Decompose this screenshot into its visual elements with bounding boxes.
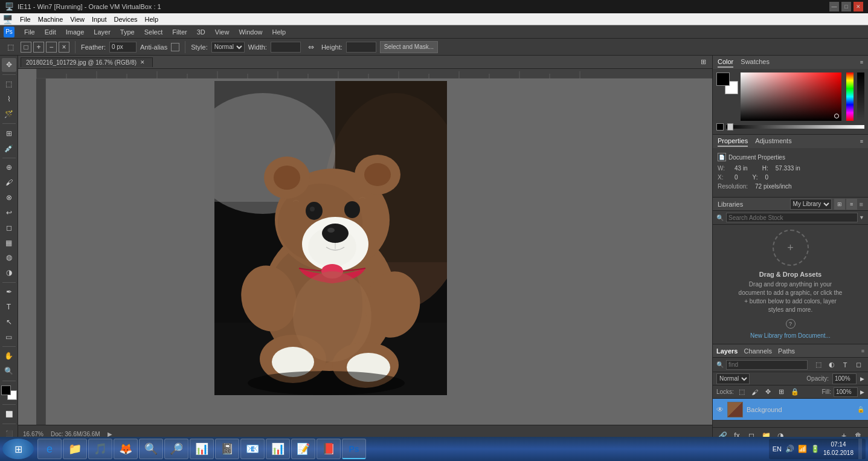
libraries-info-icon[interactable]: ? <box>786 319 796 329</box>
color-tab[interactable]: Color <box>718 57 733 68</box>
feather-input[interactable] <box>109 42 137 53</box>
speaker-icon[interactable]: 🔊 <box>785 445 794 453</box>
vbox-menu-view[interactable]: View <box>66 15 88 24</box>
rect-marquee-btn[interactable]: □ <box>21 42 31 53</box>
lock-all-btn[interactable]: 🔒 <box>789 387 800 398</box>
ps-menu-3d[interactable]: 3D <box>192 27 210 37</box>
vbox-menu-file[interactable]: File <box>16 15 34 24</box>
ps-menu-help[interactable]: Help <box>268 27 291 37</box>
color-panel-collapse-btn[interactable]: ≡ <box>860 59 863 65</box>
style-select[interactable]: Normal <box>211 42 245 53</box>
pen-tool[interactable]: ✒ <box>2 285 16 299</box>
history-tool[interactable]: ↩ <box>2 205 16 219</box>
libraries-search-input[interactable] <box>726 213 858 222</box>
eraser-tool[interactable]: ◻ <box>2 221 16 234</box>
filter-pixel-btn[interactable]: ⬚ <box>812 359 825 371</box>
ps-menu-filter[interactable]: Filter <box>167 27 191 37</box>
layers-tab[interactable]: Layers <box>716 347 738 355</box>
ps-menu-image[interactable]: Image <box>61 27 89 37</box>
ps-menu-window[interactable]: Window <box>234 27 267 37</box>
layers-search-input[interactable] <box>726 360 808 370</box>
ps-canvas[interactable]: 16.67% Doc: 36.6M/36.6M ▶ <box>18 69 712 443</box>
tab-close-btn[interactable]: ✕ <box>140 59 145 65</box>
gradient-tool[interactable]: ▦ <box>2 236 16 250</box>
close-btn[interactable]: ✕ <box>854 2 863 11</box>
fg-bg-colors[interactable] <box>716 73 738 94</box>
blend-mode-select[interactable]: Normal <box>716 373 750 384</box>
slider-thumb[interactable] <box>727 123 733 131</box>
lock-position-btn[interactable]: ✥ <box>763 387 774 398</box>
filter-adjust-btn[interactable]: ◐ <box>826 359 838 371</box>
vbox-menu-help[interactable]: Help <box>141 15 162 24</box>
subtract-btn[interactable]: − <box>46 42 57 53</box>
taskbar-firefox[interactable]: 🦊 <box>114 439 138 459</box>
quick-mask-btn[interactable]: ⬜ <box>2 407 16 421</box>
dodge-tool[interactable]: ◑ <box>2 266 16 280</box>
color-slider-r[interactable] <box>726 125 864 129</box>
arrange-docs-btn[interactable]: ⊞ <box>696 56 710 69</box>
type-tool[interactable]: T <box>2 300 16 314</box>
add-btn[interactable]: + <box>33 42 44 53</box>
minimize-btn[interactable]: — <box>829 2 839 11</box>
move-tool[interactable]: ✥ <box>2 58 16 72</box>
ps-menu-layer[interactable]: Layer <box>89 27 115 37</box>
channels-tab[interactable]: Channels <box>744 347 771 355</box>
taskbar-onenote[interactable]: 📓 <box>215 439 239 459</box>
lock-artboard-btn[interactable]: ⊞ <box>776 387 787 398</box>
lasso-tool[interactable]: ⌇ <box>2 92 16 106</box>
layers-list[interactable]: 👁 Background 🔒 <box>713 399 868 427</box>
paths-tab[interactable]: Paths <box>778 347 795 355</box>
fg-bg-color-selector[interactable] <box>1 385 17 401</box>
color-gradient-picker[interactable] <box>741 73 841 121</box>
titlebar-controls[interactable]: — □ ✕ <box>829 2 863 11</box>
ps-menu-edit[interactable]: Edit <box>40 27 61 37</box>
marquee-tool[interactable]: ⬚ <box>2 77 16 91</box>
filter-smart-btn[interactable]: ⊕ <box>866 359 868 371</box>
taskbar-ie[interactable]: e <box>37 439 62 459</box>
fill-dropdown-btn[interactable]: ▶ <box>860 389 864 395</box>
layer-visibility-btn[interactable]: 👁 <box>716 405 724 414</box>
properties-panel-collapse-btn[interactable]: ≡ <box>860 138 863 144</box>
lang-indicator[interactable]: EN <box>773 445 782 453</box>
taskbar-acrobat[interactable]: 📕 <box>317 439 341 459</box>
magic-wand-tool[interactable]: 🪄 <box>2 107 16 121</box>
show-desktop-btn[interactable] <box>858 439 862 459</box>
select-mask-btn[interactable]: Select and Mask... <box>380 41 438 53</box>
height-input[interactable] <box>346 42 376 53</box>
vbox-menu-machine[interactable]: Machine <box>34 15 67 24</box>
hand-tool[interactable]: ✋ <box>2 349 16 363</box>
network-icon[interactable]: 📶 <box>798 445 807 453</box>
properties-tab[interactable]: Properties <box>718 136 748 147</box>
libs-search-dropdown[interactable]: ▼ <box>859 214 864 221</box>
layer-item-background[interactable]: 👁 Background 🔒 <box>713 399 868 421</box>
brush-tool[interactable]: 🖌 <box>2 176 16 190</box>
hue-slider[interactable] <box>846 73 854 121</box>
filter-shape-btn[interactable]: ◻ <box>852 359 864 371</box>
list-view-btn[interactable]: ≡ <box>846 199 857 210</box>
ps-menu-view[interactable]: View <box>210 27 234 37</box>
fill-input[interactable] <box>834 387 858 397</box>
vbox-menu-devices[interactable]: Devices <box>110 15 141 24</box>
taskbar-outlook[interactable]: 📧 <box>240 439 265 459</box>
crop-tool[interactable]: ⊞ <box>2 126 16 140</box>
swatches-tab[interactable]: Swatches <box>741 57 770 68</box>
taskbar-clock[interactable]: 07:14 16.02.2018 <box>823 440 854 457</box>
intersect-btn[interactable]: × <box>59 42 69 53</box>
adjustments-tab[interactable]: Adjustments <box>755 136 792 147</box>
path-select-tool[interactable]: ↖ <box>2 315 16 329</box>
blur-tool[interactable]: ◍ <box>2 251 16 265</box>
spot-heal-tool[interactable]: ⊕ <box>2 161 16 175</box>
color-panel-header[interactable]: Color Swatches ≡ <box>713 56 868 69</box>
lock-transparent-btn[interactable]: ⬚ <box>736 387 747 398</box>
anti-alias-checkbox[interactable] <box>171 43 179 51</box>
taskbar-chrome[interactable]: 🔍 <box>139 439 163 459</box>
ps-menu-file[interactable]: File <box>19 27 40 37</box>
lock-pixels-btn[interactable]: 🖌 <box>750 387 760 398</box>
layers-panel-collapse-btn[interactable]: ≡ <box>861 348 864 354</box>
fg-color-swatch[interactable] <box>1 385 11 395</box>
ps-menu-select[interactable]: Select <box>140 27 168 37</box>
properties-panel-header[interactable]: Properties Adjustments ≡ <box>713 135 868 148</box>
maximize-btn[interactable]: □ <box>841 2 851 11</box>
libraries-dropdown[interactable]: My Library <box>790 199 832 210</box>
zoom-tool[interactable]: 🔍 <box>2 364 16 378</box>
